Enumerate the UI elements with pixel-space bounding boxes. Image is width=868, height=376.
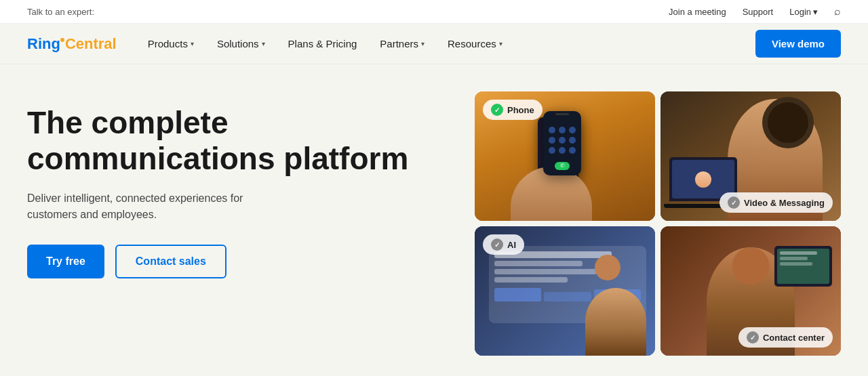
- main-content: The complete communications platform Del…: [0, 64, 868, 373]
- nav-bar: RingCentral Products ▾ Solutions ▾ Plans…: [0, 24, 868, 64]
- ai-card: ✓ AI: [475, 226, 655, 356]
- contact-check-icon: ✓: [747, 331, 759, 343]
- nav-resources[interactable]: Resources ▾: [438, 33, 512, 55]
- join-meeting-link[interactable]: Join a meeting: [669, 7, 726, 17]
- nav-solutions[interactable]: Solutions ▾: [208, 33, 275, 55]
- contact-card: ✓ Contact center: [660, 226, 841, 356]
- logo-central: Central: [65, 35, 117, 53]
- products-chevron-icon: ▾: [191, 40, 194, 47]
- ai-badge: ✓ AI: [483, 234, 524, 255]
- phone-check-icon: ✓: [491, 104, 503, 116]
- logo-ring: Ring: [27, 35, 60, 53]
- talk-to-expert-label: Talk to an expert:: [27, 7, 94, 17]
- solutions-chevron-icon: ▾: [262, 40, 265, 47]
- contact-sales-button[interactable]: Contact sales: [115, 245, 226, 278]
- login-chevron-icon: ▾: [813, 7, 818, 17]
- partners-chevron-icon: ▾: [421, 40, 425, 47]
- search-icon[interactable]: ⌕: [834, 5, 841, 18]
- top-bar: Talk to an expert: Join a meeting Suppor…: [0, 0, 868, 24]
- logo[interactable]: RingCentral: [27, 35, 117, 53]
- nav-links: Products ▾ Solutions ▾ Plans & Pricing P…: [138, 33, 755, 55]
- support-link[interactable]: Support: [743, 7, 774, 17]
- contact-badge: ✓ Contact center: [738, 327, 833, 348]
- video-card: ✓ Video & Messaging: [660, 91, 841, 221]
- hero-title: The complete communications platform: [27, 105, 448, 177]
- hero-section: The complete communications platform Del…: [27, 91, 448, 278]
- hero-subtitle: Deliver intelligent, connected experienc…: [27, 190, 448, 223]
- nav-partners[interactable]: Partners ▾: [370, 33, 434, 55]
- video-check-icon: ✓: [728, 196, 740, 209]
- nav-products[interactable]: Products ▾: [138, 33, 203, 55]
- phone-card: ✆ ✓ Phone: [475, 91, 655, 221]
- try-free-button[interactable]: Try free: [27, 245, 104, 278]
- ai-check-icon: ✓: [491, 238, 503, 251]
- phone-badge: ✓ Phone: [483, 100, 542, 120]
- resources-chevron-icon: ▾: [499, 40, 502, 47]
- video-badge: ✓ Video & Messaging: [719, 192, 833, 213]
- login-button[interactable]: Login ▾: [789, 7, 818, 17]
- image-grid: ✆ ✓ Phone ✓ Vide: [475, 91, 841, 356]
- logo-dot-icon: [60, 38, 64, 42]
- nav-plans-pricing[interactable]: Plans & Pricing: [279, 33, 367, 55]
- hero-buttons: Try free Contact sales: [27, 245, 448, 278]
- view-demo-button[interactable]: View demo: [755, 30, 841, 58]
